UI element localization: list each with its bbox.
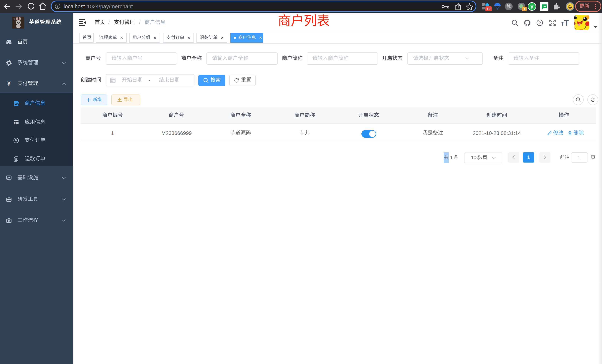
svg-text:T: T [561, 21, 564, 27]
svg-text:¥: ¥ [7, 80, 11, 87]
svg-text:⌘: ⌘ [506, 3, 511, 9]
svg-text:10: 10 [486, 7, 490, 11]
svg-text:T: T [564, 18, 569, 27]
svg-text:1: 1 [523, 7, 525, 11]
svg-text:?: ? [539, 21, 541, 25]
svg-text:y: y [530, 3, 533, 9]
